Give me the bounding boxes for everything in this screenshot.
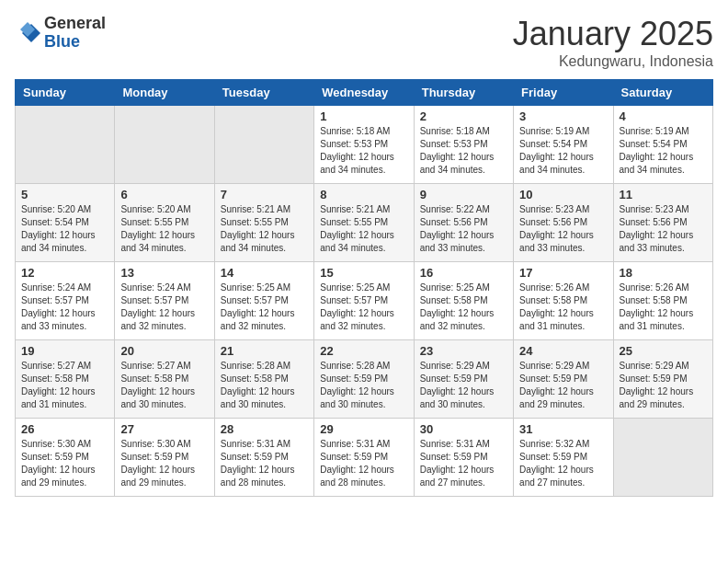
- day-info: Sunrise: 5:24 AM Sunset: 5:57 PM Dayligh…: [120, 282, 208, 333]
- calendar-table: SundayMondayTuesdayWednesdayThursdayFrid…: [15, 79, 713, 497]
- weekday-header-wednesday: Wednesday: [314, 80, 414, 106]
- day-cell: 24Sunrise: 5:29 AM Sunset: 5:59 PM Dayli…: [514, 340, 613, 419]
- day-info: Sunrise: 5:26 AM Sunset: 5:58 PM Dayligh…: [620, 282, 707, 333]
- day-info: Sunrise: 5:27 AM Sunset: 5:58 PM Dayligh…: [120, 360, 208, 411]
- day-cell: 19Sunrise: 5:27 AM Sunset: 5:58 PM Dayli…: [16, 340, 115, 419]
- week-row-4: 19Sunrise: 5:27 AM Sunset: 5:58 PM Dayli…: [16, 340, 713, 419]
- day-cell: 27Sunrise: 5:30 AM Sunset: 5:59 PM Dayli…: [115, 419, 214, 497]
- day-info: Sunrise: 5:26 AM Sunset: 5:58 PM Dayligh…: [519, 282, 607, 333]
- day-cell: 7Sunrise: 5:21 AM Sunset: 5:55 PM Daylig…: [214, 184, 313, 262]
- day-cell: 21Sunrise: 5:28 AM Sunset: 5:58 PM Dayli…: [214, 340, 313, 419]
- day-info: Sunrise: 5:25 AM Sunset: 5:57 PM Dayligh…: [221, 282, 308, 333]
- day-number: 8: [320, 188, 407, 201]
- day-cell: 15Sunrise: 5:25 AM Sunset: 5:57 PM Dayli…: [314, 262, 414, 340]
- day-cell: 13Sunrise: 5:24 AM Sunset: 5:57 PM Dayli…: [115, 262, 214, 340]
- weekday-header-friday: Friday: [514, 80, 613, 106]
- day-number: 15: [320, 266, 407, 280]
- day-info: Sunrise: 5:21 AM Sunset: 5:55 PM Dayligh…: [221, 203, 308, 255]
- day-cell: [214, 106, 313, 184]
- day-number: 26: [21, 422, 108, 436]
- day-info: Sunrise: 5:25 AM Sunset: 5:58 PM Dayligh…: [420, 282, 507, 333]
- day-info: Sunrise: 5:30 AM Sunset: 5:59 PM Dayligh…: [21, 438, 108, 489]
- week-row-2: 5Sunrise: 5:20 AM Sunset: 5:54 PM Daylig…: [16, 184, 713, 262]
- day-cell: 1Sunrise: 5:18 AM Sunset: 5:53 PM Daylig…: [314, 106, 414, 184]
- day-number: 7: [221, 188, 308, 201]
- day-info: Sunrise: 5:19 AM Sunset: 5:54 PM Dayligh…: [620, 125, 707, 177]
- day-cell: 17Sunrise: 5:26 AM Sunset: 5:58 PM Dayli…: [514, 262, 613, 340]
- day-number: 17: [519, 266, 607, 280]
- day-cell: 2Sunrise: 5:18 AM Sunset: 5:53 PM Daylig…: [414, 106, 513, 184]
- day-number: 27: [120, 422, 208, 436]
- day-cell: 30Sunrise: 5:31 AM Sunset: 5:59 PM Dayli…: [414, 419, 513, 497]
- day-cell: 18Sunrise: 5:26 AM Sunset: 5:58 PM Dayli…: [613, 262, 712, 340]
- logo-blue-text: Blue: [44, 32, 80, 51]
- day-number: 24: [519, 344, 607, 358]
- day-number: 20: [120, 344, 208, 358]
- day-cell: 11Sunrise: 5:23 AM Sunset: 5:56 PM Dayli…: [613, 184, 712, 262]
- day-number: 9: [420, 188, 507, 201]
- logo: General Blue: [15, 15, 106, 52]
- day-number: 14: [221, 266, 308, 280]
- day-cell: 23Sunrise: 5:29 AM Sunset: 5:59 PM Dayli…: [414, 340, 513, 419]
- day-cell: [613, 419, 712, 497]
- day-number: 2: [420, 109, 507, 123]
- day-number: 22: [320, 344, 407, 358]
- day-info: Sunrise: 5:32 AM Sunset: 5:59 PM Dayligh…: [519, 438, 607, 489]
- day-number: 28: [221, 422, 308, 436]
- day-number: 12: [21, 266, 108, 280]
- day-info: Sunrise: 5:18 AM Sunset: 5:53 PM Dayligh…: [320, 125, 407, 177]
- day-number: 4: [620, 109, 707, 123]
- day-info: Sunrise: 5:30 AM Sunset: 5:59 PM Dayligh…: [120, 438, 208, 489]
- day-number: 25: [620, 344, 707, 358]
- page-header: General Blue January 2025 Kedungwaru, In…: [15, 15, 713, 70]
- day-cell: 22Sunrise: 5:28 AM Sunset: 5:59 PM Dayli…: [314, 340, 414, 419]
- logo-icon: [15, 20, 40, 46]
- day-number: 16: [420, 266, 507, 280]
- day-number: 21: [221, 344, 308, 358]
- logo-general-text: General: [44, 14, 106, 32]
- day-cell: 8Sunrise: 5:21 AM Sunset: 5:55 PM Daylig…: [314, 184, 414, 262]
- day-cell: 9Sunrise: 5:22 AM Sunset: 5:56 PM Daylig…: [414, 184, 513, 262]
- weekday-header-tuesday: Tuesday: [214, 80, 313, 106]
- day-number: 11: [620, 188, 707, 201]
- weekday-header-thursday: Thursday: [414, 80, 513, 106]
- day-cell: [115, 106, 214, 184]
- day-info: Sunrise: 5:31 AM Sunset: 5:59 PM Dayligh…: [320, 438, 407, 489]
- day-info: Sunrise: 5:29 AM Sunset: 5:59 PM Dayligh…: [620, 360, 707, 411]
- day-cell: 31Sunrise: 5:32 AM Sunset: 5:59 PM Dayli…: [514, 419, 613, 497]
- day-info: Sunrise: 5:28 AM Sunset: 5:59 PM Dayligh…: [320, 360, 407, 411]
- day-info: Sunrise: 5:31 AM Sunset: 5:59 PM Dayligh…: [420, 438, 507, 489]
- day-cell: 28Sunrise: 5:31 AM Sunset: 5:59 PM Dayli…: [214, 419, 313, 497]
- day-number: 30: [420, 422, 507, 436]
- day-info: Sunrise: 5:31 AM Sunset: 5:59 PM Dayligh…: [221, 438, 308, 489]
- day-info: Sunrise: 5:21 AM Sunset: 5:55 PM Dayligh…: [320, 203, 407, 255]
- day-info: Sunrise: 5:20 AM Sunset: 5:55 PM Dayligh…: [120, 203, 208, 255]
- day-info: Sunrise: 5:29 AM Sunset: 5:59 PM Dayligh…: [420, 360, 507, 411]
- week-row-1: 1Sunrise: 5:18 AM Sunset: 5:53 PM Daylig…: [16, 106, 713, 184]
- day-cell: [16, 106, 115, 184]
- day-number: 23: [420, 344, 507, 358]
- day-cell: 25Sunrise: 5:29 AM Sunset: 5:59 PM Dayli…: [613, 340, 712, 419]
- day-info: Sunrise: 5:25 AM Sunset: 5:57 PM Dayligh…: [320, 282, 407, 333]
- day-number: 3: [519, 109, 607, 123]
- day-info: Sunrise: 5:27 AM Sunset: 5:58 PM Dayligh…: [21, 360, 108, 411]
- weekday-header-monday: Monday: [115, 80, 214, 106]
- week-row-3: 12Sunrise: 5:24 AM Sunset: 5:57 PM Dayli…: [16, 262, 713, 340]
- day-cell: 12Sunrise: 5:24 AM Sunset: 5:57 PM Dayli…: [16, 262, 115, 340]
- day-cell: 10Sunrise: 5:23 AM Sunset: 5:56 PM Dayli…: [514, 184, 613, 262]
- day-number: 1: [320, 109, 407, 123]
- weekday-header-saturday: Saturday: [613, 80, 712, 106]
- day-cell: 16Sunrise: 5:25 AM Sunset: 5:58 PM Dayli…: [414, 262, 513, 340]
- day-info: Sunrise: 5:23 AM Sunset: 5:56 PM Dayligh…: [519, 203, 607, 255]
- day-number: 5: [21, 188, 108, 201]
- day-number: 13: [120, 266, 208, 280]
- day-info: Sunrise: 5:28 AM Sunset: 5:58 PM Dayligh…: [221, 360, 308, 411]
- day-number: 29: [320, 422, 407, 436]
- day-info: Sunrise: 5:24 AM Sunset: 5:57 PM Dayligh…: [21, 282, 108, 333]
- day-number: 18: [620, 266, 707, 280]
- day-cell: 29Sunrise: 5:31 AM Sunset: 5:59 PM Dayli…: [314, 419, 414, 497]
- day-cell: 4Sunrise: 5:19 AM Sunset: 5:54 PM Daylig…: [613, 106, 712, 184]
- day-number: 6: [120, 188, 208, 201]
- day-info: Sunrise: 5:19 AM Sunset: 5:54 PM Dayligh…: [519, 125, 607, 177]
- title-block: January 2025 Kedungwaru, Indonesia: [513, 15, 713, 70]
